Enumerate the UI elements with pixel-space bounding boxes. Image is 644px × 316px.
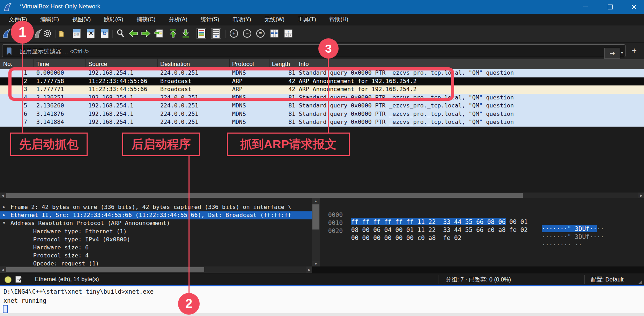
zoom-out-icon[interactable]: − (242, 28, 252, 39)
scroll-up-icon[interactable]: ▲ (312, 198, 320, 204)
packet-row-6[interactable]: 63.141876192.168.254.1224.0.0.251MDNS81S… (0, 110, 644, 119)
scroll-left-icon[interactable]: ◀ (0, 266, 6, 273)
resize-grip-icon[interactable]: ◢ (638, 279, 642, 285)
wireshark-logo-icon (3, 2, 14, 12)
filter-dropdown-caret-icon[interactable]: ▾ (621, 50, 623, 55)
scroll-left-icon[interactable]: ◀ (0, 193, 6, 198)
expert-info-icon[interactable] (5, 276, 12, 283)
scroll-thumb[interactable] (6, 193, 523, 198)
hex-offset: 0000 (328, 211, 343, 218)
detail-row-hardware-type[interactable]: Hardware type: Ethernet (1) (0, 228, 312, 236)
col-length[interactable]: Length (272, 61, 290, 68)
minimize-button[interactable] (575, 0, 596, 14)
annotation-label-start-program: 后启动程序 (122, 133, 200, 156)
hex-ascii[interactable]: ·······" 3DUf···· (542, 225, 604, 232)
detail-row-opcode[interactable]: Opcode: request (1) (0, 260, 312, 266)
col-no[interactable]: No. (3, 61, 12, 68)
scroll-thumb[interactable] (6, 267, 204, 272)
col-source[interactable]: Source (88, 61, 107, 68)
maximize-button[interactable] (599, 0, 621, 14)
packet-row-5[interactable]: 52.136260192.168.254.1224.0.0.251MDNS81S… (0, 102, 644, 110)
toolbar-separator (55, 30, 55, 38)
bottom-edge (0, 313, 644, 316)
go-forward-arrow-icon[interactable] (141, 28, 151, 39)
menu-help[interactable]: 帮助(H) (326, 15, 352, 25)
col-info[interactable]: Info (299, 61, 309, 68)
scroll-right-icon[interactable]: ▶ (638, 193, 644, 198)
hex-ascii[interactable]: ········ ·· (542, 241, 582, 248)
menu-go[interactable]: 跳转(G) (101, 15, 127, 25)
status-bar: Ethernet (eth), 14 byte(s) 分组: 7 · 已丢弃: … (0, 273, 644, 285)
menu-capture[interactable]: 捕获(C) (133, 15, 159, 25)
auto-scroll-icon[interactable] (210, 28, 222, 39)
detail-row-protocol-type[interactable]: Protocol type: IPv4 (0x0800) (0, 236, 312, 244)
console-output-line: xnet running (3, 297, 46, 304)
status-packet-counts: 分组: 7 · 已丢弃: 0 (0.0%) (446, 276, 511, 284)
menu-edit[interactable]: 编辑(E) (37, 15, 62, 25)
go-to-packet-icon[interactable] (154, 28, 164, 39)
packet-row-7[interactable]: 73.141884192.168.254.1224.0.0.251MDNS81S… (0, 118, 644, 127)
menu-wireless[interactable]: 无线(W) (261, 15, 288, 25)
colorize-packets-icon[interactable] (195, 28, 207, 39)
status-divider (584, 275, 585, 284)
close-file-icon[interactable]: ✕ (86, 28, 96, 39)
capture-options-gear-icon[interactable] (43, 28, 52, 39)
scroll-down-icon[interactable]: ▼ (312, 261, 320, 266)
hex-bytes[interactable]: 00 00 00 00 00 00 c0 a8 fe 02 (351, 234, 461, 241)
zoom-original-icon[interactable]: = (256, 28, 265, 39)
menu-telephony[interactable]: 电话(Y) (229, 15, 254, 25)
col-time[interactable]: Time (36, 61, 49, 68)
annotation-circle-1: 1 (11, 21, 34, 44)
details-vscrollbar[interactable]: ▲ ▼ (312, 198, 320, 266)
col-destination[interactable]: Destination (160, 61, 190, 68)
hex-bytes[interactable]: 08 00 06 04 00 01 11 22 33 44 55 66 c0 a… (351, 226, 528, 233)
detail-row-hardware-size[interactable]: Hardware size: 6 (0, 244, 312, 252)
go-back-arrow-icon[interactable] (128, 28, 138, 39)
reload-file-icon[interactable]: ↻ (100, 28, 110, 39)
title-bar: *VirtualBox Host-Only Network ✕ (0, 0, 644, 14)
detail-row-arp[interactable]: ▼ Address Resolution Protocol (ARP Annou… (0, 219, 312, 227)
close-button[interactable]: ✕ (624, 0, 644, 14)
annotation-highlight-box (8, 67, 454, 101)
window-title: *VirtualBox Host-Only Network (20, 3, 100, 10)
menu-tools[interactable]: 工具(T) (294, 15, 319, 25)
detail-row-frame[interactable]: ▶ Frame 2: 42 bytes on wire (336 bits), … (0, 203, 312, 211)
capture-comment-icon[interactable] (15, 276, 22, 283)
menu-view[interactable]: 视图(V) (69, 15, 94, 25)
stop-capture-icon[interactable] (34, 28, 43, 39)
menu-analyze[interactable]: 分析(A) (165, 15, 191, 25)
toolbar-separator (112, 30, 113, 38)
status-interface-text: Ethernet (eth), 14 byte(s) (35, 276, 99, 283)
filter-placeholder-text: 应用显示过滤器 ... <Ctrl-/> (20, 47, 89, 55)
svg-text:1: 1 (288, 30, 289, 33)
hex-bytes[interactable]: ff ff ff ff ff ff 11 22 33 44 55 66 08 0… (351, 218, 528, 225)
packet-list-hscrollbar[interactable]: ◀ ▶ (0, 193, 644, 198)
annotation-line-2 (188, 156, 190, 294)
go-to-first-icon[interactable] (168, 28, 178, 39)
detail-row-protocol-size[interactable]: Protocol size: 4 (0, 252, 312, 260)
go-to-last-icon[interactable] (181, 28, 191, 39)
scroll-right-icon[interactable]: ▶ (306, 266, 312, 273)
console-cursor (3, 305, 8, 313)
hex-ascii[interactable]: ·······" 3DUf···· (542, 233, 604, 240)
display-filter-input[interactable]: 应用显示过滤器 ... <Ctrl-/> ➡ ▾ (2, 44, 626, 57)
details-hscrollbar[interactable]: ◀ ▶ (0, 266, 312, 273)
save-file-icon[interactable]: 01010110 (72, 28, 82, 39)
detail-row-ethernet-selected[interactable]: ▶ Ethernet II, Src: 11:22:33:44:55:66 (1… (0, 211, 312, 219)
menu-statistics[interactable]: 统计(S) (197, 15, 223, 25)
status-profile[interactable]: 配置: Default (591, 276, 623, 284)
col-protocol[interactable]: Protocol (232, 61, 254, 68)
annotation-circle-2: 2 (178, 293, 200, 315)
main-toolbar: 01010110 ✕ ↻ + − = (0, 25, 644, 43)
filter-bookmark-icon[interactable] (6, 47, 13, 55)
console-window[interactable]: D:\ENG4\C++\start\xnet_tiny\build>xnet.e… (0, 286, 644, 313)
start-capture-fin-icon[interactable] (2, 28, 12, 39)
open-file-folder-icon[interactable] (58, 28, 68, 39)
scroll-thumb[interactable] (312, 204, 319, 230)
zoom-in-icon[interactable]: + (229, 28, 239, 39)
apply-filter-button[interactable]: ➡ (604, 48, 620, 59)
display-columns-icon[interactable]: 123 (283, 28, 293, 39)
find-packet-magnifier-icon[interactable] (116, 28, 126, 39)
resize-columns-icon[interactable] (269, 28, 279, 39)
add-filter-button[interactable]: + (629, 45, 639, 56)
